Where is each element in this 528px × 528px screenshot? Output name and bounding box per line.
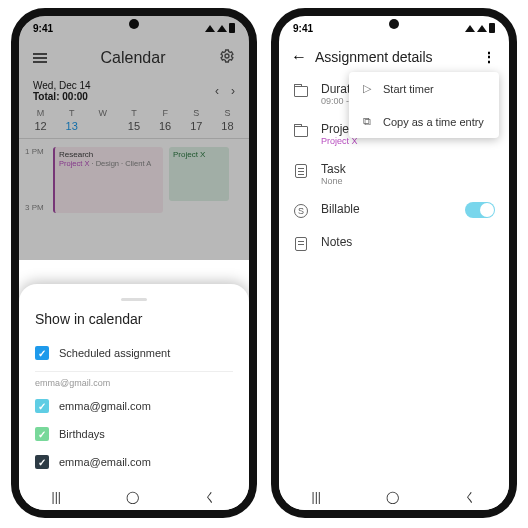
home-button[interactable]: ◯ <box>126 490 139 504</box>
row-billable[interactable]: S Billable <box>279 194 509 227</box>
signal-icon <box>477 25 487 32</box>
overflow-menu-icon[interactable]: ⋮ <box>482 49 497 65</box>
camera-notch <box>129 19 139 29</box>
sheet-title: Show in calendar <box>35 311 233 327</box>
page-title: Assignment details <box>315 49 474 65</box>
phone-calendar: 9:41 Calendar Wed, Dec 14 Total: 00:00 ‹… <box>11 8 257 518</box>
signal-icon <box>217 25 227 32</box>
detail-header: ← Assignment details ⋮ <box>279 40 509 74</box>
hour-label: 3 PM <box>25 203 44 212</box>
status-icons <box>465 23 495 33</box>
hour-label: 1 PM <box>25 147 44 156</box>
camera-notch <box>389 19 399 29</box>
row-notes[interactable]: Notes <box>279 227 509 260</box>
back-arrow-icon[interactable]: ← <box>291 48 307 66</box>
android-navbar: ||| ◯ く <box>279 484 509 510</box>
billable-toggle[interactable] <box>465 202 495 218</box>
folder-icon <box>293 83 309 99</box>
day-timeline[interactable]: 1 PM 3 PM Research Project X · Design · … <box>19 139 249 249</box>
next-week-button[interactable]: › <box>231 84 235 98</box>
account-label: emma@gmail.com <box>35 376 233 392</box>
copy-icon: ⧉ <box>361 115 373 128</box>
back-button[interactable]: く <box>464 489 476 506</box>
date-cell[interactable]: 15 <box>118 120 149 132</box>
checkbox-icon: ✓ <box>35 346 49 360</box>
event-projectx[interactable]: Project X <box>169 147 229 201</box>
folder-icon <box>293 123 309 139</box>
page-title: Calendar <box>101 49 166 67</box>
bottom-sheet: Show in calendar ✓ Scheduled assignment … <box>19 284 249 484</box>
context-menu: ▷ Start timer ⧉ Copy as a time entry <box>349 72 499 138</box>
svg-point-0 <box>225 54 229 58</box>
battery-icon <box>229 23 235 33</box>
recents-button[interactable]: ||| <box>312 490 321 504</box>
signal-icon <box>465 25 475 32</box>
date-cell[interactable]: 16 <box>150 120 181 132</box>
notes-icon <box>293 236 309 252</box>
menu-start-timer[interactable]: ▷ Start timer <box>349 72 499 105</box>
weekday-row: M T W T F S S <box>19 108 249 118</box>
menu-icon[interactable] <box>33 51 47 66</box>
prev-week-button[interactable]: ‹ <box>215 84 219 98</box>
row-task[interactable]: Task None <box>279 154 509 194</box>
billable-icon: S <box>293 203 309 219</box>
drag-handle[interactable] <box>121 298 147 301</box>
date-cell[interactable]: 12 <box>25 120 56 132</box>
date-row: 12 13 14 15 16 17 18 <box>19 118 249 139</box>
calendar-header: Calendar <box>19 40 249 76</box>
date-subheader: Wed, Dec 14 Total: 00:00 ‹ › <box>19 76 249 108</box>
phone-details: 9:41 ← Assignment details ⋮ Duration 09:… <box>271 8 517 518</box>
play-icon: ▷ <box>361 82 373 95</box>
current-date: Wed, Dec 14 <box>33 80 91 91</box>
checkbox-scheduled[interactable]: ✓ Scheduled assignment <box>35 339 233 367</box>
date-cell[interactable]: 13 <box>56 120 87 132</box>
back-button[interactable]: く <box>204 489 216 506</box>
recents-button[interactable]: ||| <box>52 490 61 504</box>
clock: 9:41 <box>33 23 53 34</box>
total-hours: Total: 00:00 <box>33 91 91 102</box>
menu-copy-entry[interactable]: ⧉ Copy as a time entry <box>349 105 499 138</box>
checkbox-icon: ✓ <box>35 399 49 413</box>
date-cell-today[interactable]: 14 <box>87 120 118 132</box>
android-navbar: ||| ◯ く <box>19 484 249 510</box>
clock: 9:41 <box>293 23 313 34</box>
settings-icon[interactable] <box>219 48 235 68</box>
checkbox-cal-email[interactable]: ✓ emma@email.com <box>35 448 233 476</box>
event-research[interactable]: Research Project X · Design · Client A <box>53 147 163 213</box>
battery-icon <box>489 23 495 33</box>
status-icons <box>205 23 235 33</box>
date-cell[interactable]: 18 <box>212 120 243 132</box>
checkbox-icon: ✓ <box>35 427 49 441</box>
home-button[interactable]: ◯ <box>386 490 399 504</box>
signal-icon <box>205 25 215 32</box>
date-cell[interactable]: 17 <box>181 120 212 132</box>
checkbox-cal-gmail[interactable]: ✓ emma@gmail.com <box>35 392 233 420</box>
checkbox-cal-birthdays[interactable]: ✓ Birthdays <box>35 420 233 448</box>
checkbox-icon: ✓ <box>35 455 49 469</box>
task-icon <box>293 163 309 179</box>
